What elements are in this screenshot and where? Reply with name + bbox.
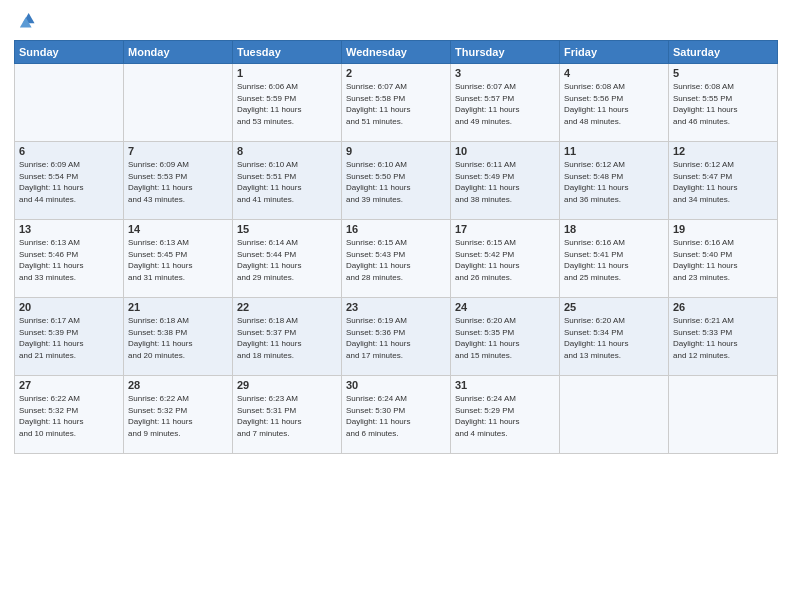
day-info: Sunrise: 6:07 AM Sunset: 5:58 PM Dayligh… [346, 81, 446, 127]
day-cell: 12Sunrise: 6:12 AM Sunset: 5:47 PM Dayli… [669, 142, 778, 220]
header-thursday: Thursday [451, 41, 560, 64]
day-cell: 26Sunrise: 6:21 AM Sunset: 5:33 PM Dayli… [669, 298, 778, 376]
day-number: 4 [564, 67, 664, 79]
day-cell: 3Sunrise: 6:07 AM Sunset: 5:57 PM Daylig… [451, 64, 560, 142]
day-number: 18 [564, 223, 664, 235]
header-wednesday: Wednesday [342, 41, 451, 64]
day-info: Sunrise: 6:10 AM Sunset: 5:50 PM Dayligh… [346, 159, 446, 205]
day-cell: 8Sunrise: 6:10 AM Sunset: 5:51 PM Daylig… [233, 142, 342, 220]
day-number: 6 [19, 145, 119, 157]
day-info: Sunrise: 6:08 AM Sunset: 5:55 PM Dayligh… [673, 81, 773, 127]
day-cell: 20Sunrise: 6:17 AM Sunset: 5:39 PM Dayli… [15, 298, 124, 376]
day-number: 24 [455, 301, 555, 313]
day-info: Sunrise: 6:16 AM Sunset: 5:41 PM Dayligh… [564, 237, 664, 283]
day-info: Sunrise: 6:18 AM Sunset: 5:38 PM Dayligh… [128, 315, 228, 361]
day-cell: 27Sunrise: 6:22 AM Sunset: 5:32 PM Dayli… [15, 376, 124, 454]
day-number: 5 [673, 67, 773, 79]
day-number: 16 [346, 223, 446, 235]
week-row-5: 27Sunrise: 6:22 AM Sunset: 5:32 PM Dayli… [15, 376, 778, 454]
day-cell: 21Sunrise: 6:18 AM Sunset: 5:38 PM Dayli… [124, 298, 233, 376]
day-cell: 5Sunrise: 6:08 AM Sunset: 5:55 PM Daylig… [669, 64, 778, 142]
day-number: 8 [237, 145, 337, 157]
day-cell [669, 376, 778, 454]
logo [14, 10, 38, 32]
day-cell: 4Sunrise: 6:08 AM Sunset: 5:56 PM Daylig… [560, 64, 669, 142]
day-cell [124, 64, 233, 142]
day-cell: 9Sunrise: 6:10 AM Sunset: 5:50 PM Daylig… [342, 142, 451, 220]
day-info: Sunrise: 6:14 AM Sunset: 5:44 PM Dayligh… [237, 237, 337, 283]
day-cell: 25Sunrise: 6:20 AM Sunset: 5:34 PM Dayli… [560, 298, 669, 376]
day-info: Sunrise: 6:16 AM Sunset: 5:40 PM Dayligh… [673, 237, 773, 283]
week-row-4: 20Sunrise: 6:17 AM Sunset: 5:39 PM Dayli… [15, 298, 778, 376]
day-info: Sunrise: 6:10 AM Sunset: 5:51 PM Dayligh… [237, 159, 337, 205]
day-info: Sunrise: 6:07 AM Sunset: 5:57 PM Dayligh… [455, 81, 555, 127]
day-cell: 16Sunrise: 6:15 AM Sunset: 5:43 PM Dayli… [342, 220, 451, 298]
day-number: 30 [346, 379, 446, 391]
day-info: Sunrise: 6:15 AM Sunset: 5:43 PM Dayligh… [346, 237, 446, 283]
day-number: 2 [346, 67, 446, 79]
calendar-table: SundayMondayTuesdayWednesdayThursdayFrid… [14, 40, 778, 454]
day-number: 3 [455, 67, 555, 79]
day-info: Sunrise: 6:12 AM Sunset: 5:47 PM Dayligh… [673, 159, 773, 205]
calendar-header-row: SundayMondayTuesdayWednesdayThursdayFrid… [15, 41, 778, 64]
day-number: 27 [19, 379, 119, 391]
day-cell: 7Sunrise: 6:09 AM Sunset: 5:53 PM Daylig… [124, 142, 233, 220]
day-info: Sunrise: 6:11 AM Sunset: 5:49 PM Dayligh… [455, 159, 555, 205]
day-info: Sunrise: 6:22 AM Sunset: 5:32 PM Dayligh… [19, 393, 119, 439]
logo-icon [14, 10, 36, 32]
day-number: 29 [237, 379, 337, 391]
day-cell: 29Sunrise: 6:23 AM Sunset: 5:31 PM Dayli… [233, 376, 342, 454]
day-cell: 31Sunrise: 6:24 AM Sunset: 5:29 PM Dayli… [451, 376, 560, 454]
day-number: 26 [673, 301, 773, 313]
day-cell: 13Sunrise: 6:13 AM Sunset: 5:46 PM Dayli… [15, 220, 124, 298]
day-info: Sunrise: 6:15 AM Sunset: 5:42 PM Dayligh… [455, 237, 555, 283]
day-cell: 24Sunrise: 6:20 AM Sunset: 5:35 PM Dayli… [451, 298, 560, 376]
week-row-1: 1Sunrise: 6:06 AM Sunset: 5:59 PM Daylig… [15, 64, 778, 142]
day-info: Sunrise: 6:20 AM Sunset: 5:35 PM Dayligh… [455, 315, 555, 361]
day-cell: 14Sunrise: 6:13 AM Sunset: 5:45 PM Dayli… [124, 220, 233, 298]
day-number: 20 [19, 301, 119, 313]
day-number: 15 [237, 223, 337, 235]
day-number: 1 [237, 67, 337, 79]
day-cell: 19Sunrise: 6:16 AM Sunset: 5:40 PM Dayli… [669, 220, 778, 298]
header-tuesday: Tuesday [233, 41, 342, 64]
day-number: 9 [346, 145, 446, 157]
day-cell: 6Sunrise: 6:09 AM Sunset: 5:54 PM Daylig… [15, 142, 124, 220]
day-info: Sunrise: 6:08 AM Sunset: 5:56 PM Dayligh… [564, 81, 664, 127]
day-number: 17 [455, 223, 555, 235]
day-cell [15, 64, 124, 142]
day-number: 14 [128, 223, 228, 235]
main-container: SundayMondayTuesdayWednesdayThursdayFrid… [0, 0, 792, 460]
day-info: Sunrise: 6:23 AM Sunset: 5:31 PM Dayligh… [237, 393, 337, 439]
day-info: Sunrise: 6:22 AM Sunset: 5:32 PM Dayligh… [128, 393, 228, 439]
day-number: 11 [564, 145, 664, 157]
week-row-2: 6Sunrise: 6:09 AM Sunset: 5:54 PM Daylig… [15, 142, 778, 220]
day-cell: 23Sunrise: 6:19 AM Sunset: 5:36 PM Dayli… [342, 298, 451, 376]
day-number: 19 [673, 223, 773, 235]
header-sunday: Sunday [15, 41, 124, 64]
day-cell: 11Sunrise: 6:12 AM Sunset: 5:48 PM Dayli… [560, 142, 669, 220]
day-cell: 10Sunrise: 6:11 AM Sunset: 5:49 PM Dayli… [451, 142, 560, 220]
day-number: 23 [346, 301, 446, 313]
day-info: Sunrise: 6:06 AM Sunset: 5:59 PM Dayligh… [237, 81, 337, 127]
day-info: Sunrise: 6:20 AM Sunset: 5:34 PM Dayligh… [564, 315, 664, 361]
day-info: Sunrise: 6:09 AM Sunset: 5:54 PM Dayligh… [19, 159, 119, 205]
day-number: 10 [455, 145, 555, 157]
day-info: Sunrise: 6:12 AM Sunset: 5:48 PM Dayligh… [564, 159, 664, 205]
day-number: 28 [128, 379, 228, 391]
day-cell: 1Sunrise: 6:06 AM Sunset: 5:59 PM Daylig… [233, 64, 342, 142]
day-info: Sunrise: 6:13 AM Sunset: 5:46 PM Dayligh… [19, 237, 119, 283]
day-info: Sunrise: 6:17 AM Sunset: 5:39 PM Dayligh… [19, 315, 119, 361]
day-info: Sunrise: 6:09 AM Sunset: 5:53 PM Dayligh… [128, 159, 228, 205]
day-number: 12 [673, 145, 773, 157]
day-info: Sunrise: 6:13 AM Sunset: 5:45 PM Dayligh… [128, 237, 228, 283]
header [14, 10, 778, 32]
day-cell: 22Sunrise: 6:18 AM Sunset: 5:37 PM Dayli… [233, 298, 342, 376]
header-saturday: Saturday [669, 41, 778, 64]
day-info: Sunrise: 6:18 AM Sunset: 5:37 PM Dayligh… [237, 315, 337, 361]
day-number: 13 [19, 223, 119, 235]
day-cell: 28Sunrise: 6:22 AM Sunset: 5:32 PM Dayli… [124, 376, 233, 454]
day-cell: 2Sunrise: 6:07 AM Sunset: 5:58 PM Daylig… [342, 64, 451, 142]
header-monday: Monday [124, 41, 233, 64]
day-cell: 15Sunrise: 6:14 AM Sunset: 5:44 PM Dayli… [233, 220, 342, 298]
